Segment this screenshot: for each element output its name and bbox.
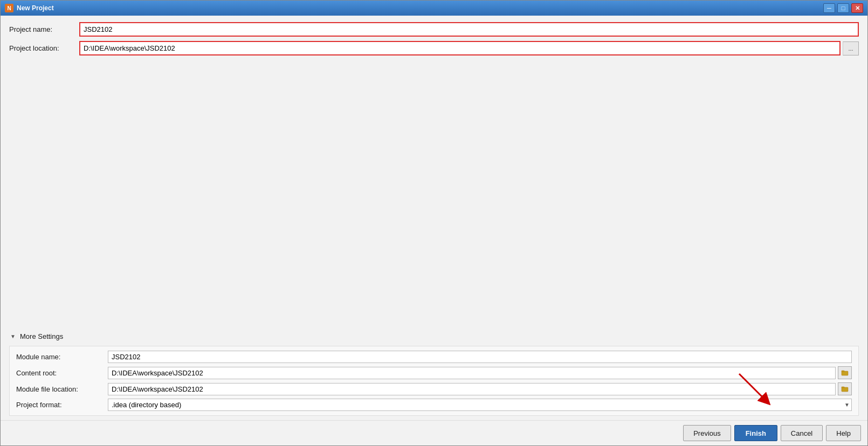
title-controls: ─ □ ✕: [823, 3, 863, 13]
content-root-label: Content root:: [16, 367, 108, 379]
project-name-input[interactable]: [80, 23, 858, 36]
cancel-button[interactable]: Cancel: [781, 425, 823, 441]
minimize-button[interactable]: ─: [823, 3, 835, 13]
project-name-row: Project name:: [9, 22, 859, 37]
project-name-label: Project name:: [9, 25, 79, 33]
dialog-content: Project name: Project location: ... ▼ Mo…: [1, 16, 867, 420]
bottom-bar: Previous Finish Cancel Help: [1, 420, 867, 445]
project-format-select[interactable]: .idea (directory based) .ipr (file based…: [108, 399, 852, 411]
module-file-location-browse-button[interactable]: [838, 382, 852, 395]
module-name-label: Module name:: [16, 351, 108, 363]
close-button[interactable]: ✕: [851, 3, 863, 13]
help-button[interactable]: Help: [826, 425, 861, 441]
project-location-input[interactable]: [80, 42, 839, 54]
more-settings-label: More Settings: [20, 332, 63, 340]
project-format-row: .idea (directory based) .ipr (file based…: [108, 399, 852, 411]
module-file-location-row: [108, 382, 852, 395]
maximize-button[interactable]: □: [837, 3, 849, 13]
module-name-input[interactable]: [108, 351, 852, 363]
project-format-label: Project format:: [16, 399, 108, 410]
module-file-location-input[interactable]: [108, 383, 836, 395]
more-settings-header[interactable]: ▼ More Settings: [9, 332, 859, 340]
new-project-window: N New Project ─ □ ✕ Project name: Projec…: [0, 0, 868, 446]
previous-button[interactable]: Previous: [683, 425, 731, 441]
window-title: New Project: [17, 4, 823, 12]
empty-area: [9, 60, 859, 332]
svg-rect-1: [842, 371, 844, 372]
project-location-label: Project location:: [9, 44, 79, 52]
more-settings-section: ▼ More Settings Module name: Content roo…: [9, 332, 859, 416]
content-root-row: [108, 366, 852, 379]
module-name-row: [108, 351, 852, 363]
collapse-icon: ▼: [9, 333, 17, 340]
content-root-input[interactable]: [108, 367, 836, 379]
title-bar: N New Project ─ □ ✕: [1, 1, 867, 16]
more-settings-grid: Module name: Content root: M: [9, 346, 859, 416]
module-file-location-label: Module file location:: [16, 384, 108, 395]
svg-rect-3: [842, 387, 844, 388]
finish-button[interactable]: Finish: [734, 425, 777, 441]
folder-icon: [841, 369, 849, 377]
window-icon: N: [5, 4, 13, 12]
project-location-input-wrapper: [79, 41, 841, 55]
project-location-browse-button[interactable]: ...: [843, 41, 859, 55]
project-name-input-wrapper: [79, 22, 859, 37]
project-location-row: Project location: ...: [9, 41, 859, 55]
content-root-browse-button[interactable]: [838, 366, 852, 379]
project-format-select-wrapper: .idea (directory based) .ipr (file based…: [108, 399, 852, 411]
folder-icon-2: [841, 385, 849, 393]
